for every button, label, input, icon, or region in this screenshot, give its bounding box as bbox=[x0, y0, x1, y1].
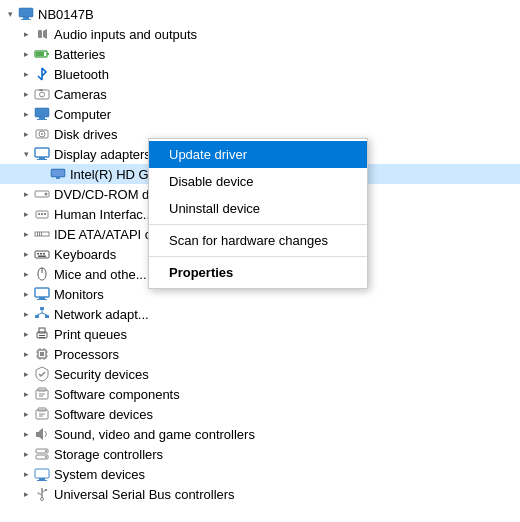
expander-storage[interactable] bbox=[18, 446, 34, 462]
tree-item-usb[interactable]: Universal Serial Bus controllers bbox=[0, 484, 520, 504]
svg-rect-36 bbox=[38, 256, 46, 258]
menu-item-uninstall-device[interactable]: Uninstall device bbox=[149, 195, 367, 222]
expander-sound[interactable] bbox=[18, 426, 34, 442]
menu-item-update-driver[interactable]: Update driver bbox=[149, 141, 367, 168]
icon-printer bbox=[34, 326, 50, 342]
svg-rect-1 bbox=[23, 17, 29, 19]
tree-item-print-queues[interactable]: Print queues bbox=[0, 324, 520, 344]
label-processors: Processors bbox=[54, 347, 520, 362]
context-menu: Update driverDisable deviceUninstall dev… bbox=[148, 138, 368, 289]
tree-item-cameras[interactable]: Cameras bbox=[0, 84, 520, 104]
svg-rect-49 bbox=[39, 337, 45, 338]
expander-batteries[interactable] bbox=[18, 46, 34, 62]
expander-usb[interactable] bbox=[18, 486, 34, 502]
icon-software bbox=[34, 386, 50, 402]
svg-rect-2 bbox=[21, 19, 31, 20]
icon-keyboard bbox=[34, 246, 50, 262]
label-security: Security devices bbox=[54, 367, 520, 382]
label-network: Network adapt... bbox=[54, 307, 520, 322]
expander-sw-devices[interactable] bbox=[18, 406, 34, 422]
expander-disk-drives[interactable] bbox=[18, 126, 34, 142]
icon-usb bbox=[34, 486, 50, 502]
separator-sep1 bbox=[149, 224, 367, 225]
expander-computer[interactable] bbox=[18, 106, 34, 122]
svg-rect-35 bbox=[43, 253, 45, 255]
svg-rect-69 bbox=[36, 432, 39, 437]
expander-cameras[interactable] bbox=[18, 86, 34, 102]
svg-rect-76 bbox=[37, 480, 47, 481]
svg-rect-43 bbox=[45, 315, 49, 318]
expander-ide[interactable] bbox=[18, 226, 34, 242]
tree-item-security[interactable]: Security devices bbox=[0, 364, 520, 384]
icon-camera bbox=[34, 86, 50, 102]
svg-rect-40 bbox=[37, 299, 47, 300]
svg-rect-74 bbox=[35, 469, 49, 478]
tree-item-sw-devices[interactable]: Software devices bbox=[0, 404, 520, 424]
menu-item-disable-device[interactable]: Disable device bbox=[149, 168, 367, 195]
expander-audio[interactable] bbox=[18, 26, 34, 42]
expander-bluetooth[interactable] bbox=[18, 66, 34, 82]
svg-point-73 bbox=[45, 456, 47, 458]
expander-security[interactable] bbox=[18, 366, 34, 382]
svg-rect-38 bbox=[35, 288, 49, 297]
svg-rect-21 bbox=[56, 177, 60, 179]
menu-item-properties[interactable]: Properties bbox=[149, 259, 367, 286]
svg-rect-52 bbox=[40, 352, 44, 356]
svg-rect-75 bbox=[39, 478, 45, 480]
icon-computer bbox=[34, 106, 50, 122]
label-sw-devices: Software devices bbox=[54, 407, 520, 422]
svg-rect-6 bbox=[36, 52, 44, 56]
svg-rect-9 bbox=[39, 89, 43, 91]
icon-system bbox=[34, 466, 50, 482]
label-computer: Computer bbox=[54, 107, 520, 122]
tree-item-audio[interactable]: Audio inputs and outputs bbox=[0, 24, 520, 44]
icon-disk bbox=[34, 126, 50, 142]
svg-rect-7 bbox=[35, 90, 49, 99]
svg-rect-16 bbox=[35, 148, 49, 157]
label-audio: Audio inputs and outputs bbox=[54, 27, 520, 42]
svg-point-23 bbox=[45, 193, 48, 196]
icon-cpu bbox=[34, 346, 50, 362]
tree-item-computer[interactable]: Computer bbox=[0, 104, 520, 124]
label-nb0147b: NB0147B bbox=[38, 7, 520, 22]
svg-line-45 bbox=[37, 313, 42, 315]
expander-network[interactable] bbox=[18, 306, 34, 322]
expander-dvd[interactable] bbox=[18, 186, 34, 202]
icon-monitor bbox=[34, 146, 50, 162]
svg-rect-5 bbox=[47, 53, 49, 55]
tree-item-processors[interactable]: Processors bbox=[0, 344, 520, 364]
expander-display-adapters[interactable] bbox=[18, 146, 34, 162]
svg-rect-0 bbox=[19, 8, 33, 17]
menu-item-scan-hardware[interactable]: Scan for hardware changes bbox=[149, 227, 367, 254]
expander-mice[interactable] bbox=[18, 266, 34, 282]
tree-item-network[interactable]: Network adapt... bbox=[0, 304, 520, 324]
icon-sound bbox=[34, 426, 50, 442]
expander-nb0147b[interactable] bbox=[2, 6, 18, 22]
tree-item-bluetooth[interactable]: Bluetooth bbox=[0, 64, 520, 84]
label-print-queues: Print queues bbox=[54, 327, 520, 342]
tree-item-nb0147b[interactable]: NB0147B bbox=[0, 4, 520, 24]
icon-dvd bbox=[34, 186, 50, 202]
expander-print-queues[interactable] bbox=[18, 326, 34, 342]
expander-sw-components[interactable] bbox=[18, 386, 34, 402]
svg-rect-39 bbox=[39, 297, 45, 299]
tree-item-storage[interactable]: Storage controllers bbox=[0, 444, 520, 464]
label-system: System devices bbox=[54, 467, 520, 482]
label-bluetooth: Bluetooth bbox=[54, 67, 520, 82]
label-cameras: Cameras bbox=[54, 87, 520, 102]
expander-keyboards[interactable] bbox=[18, 246, 34, 262]
tree-item-sound[interactable]: Sound, video and game controllers bbox=[0, 424, 520, 444]
tree-item-batteries[interactable]: Batteries bbox=[0, 44, 520, 64]
svg-point-15 bbox=[41, 133, 43, 135]
expander-processors[interactable] bbox=[18, 346, 34, 362]
svg-rect-25 bbox=[38, 213, 40, 215]
expander-monitors[interactable] bbox=[18, 286, 34, 302]
label-usb: Universal Serial Bus controllers bbox=[54, 487, 520, 502]
label-batteries: Batteries bbox=[54, 47, 520, 62]
tree-item-system[interactable]: System devices bbox=[0, 464, 520, 484]
icon-battery bbox=[34, 46, 50, 62]
svg-rect-33 bbox=[37, 253, 39, 255]
expander-human[interactable] bbox=[18, 206, 34, 222]
tree-item-sw-components[interactable]: Software components bbox=[0, 384, 520, 404]
expander-system[interactable] bbox=[18, 466, 34, 482]
